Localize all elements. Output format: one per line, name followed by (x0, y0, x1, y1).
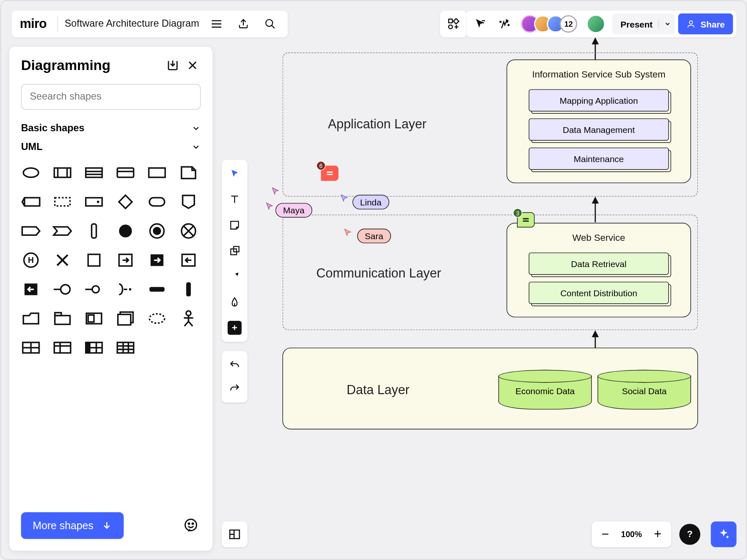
cursor-mode-icon[interactable] (470, 13, 491, 34)
svg-point-7 (449, 25, 452, 29)
close-icon[interactable] (184, 57, 201, 73)
svg-rect-70 (86, 342, 90, 353)
export-icon[interactable] (234, 15, 253, 33)
tool-arrow[interactable] (225, 267, 244, 286)
svg-point-48 (129, 288, 131, 291)
shape-box-arrow-right[interactable] (114, 250, 136, 270)
shape-bar-vertical[interactable] (83, 220, 105, 241)
pill-distribution[interactable]: Content Distribution (529, 282, 669, 304)
shape-circle-filled[interactable] (114, 220, 136, 241)
reactions-icon[interactable] (494, 13, 515, 34)
avatar-overflow-count[interactable]: 12 (560, 15, 577, 32)
shape-predefined-process[interactable] (51, 162, 73, 183)
help-button[interactable]: ? (679, 524, 700, 545)
more-shapes-button[interactable]: More shapes (21, 512, 123, 539)
tool-text[interactable] (225, 190, 244, 209)
shape-note[interactable] (178, 162, 200, 183)
tool-sticky[interactable] (225, 216, 244, 235)
apps-button[interactable] (440, 10, 467, 37)
pill-mapping[interactable]: Mapping Application (529, 89, 669, 111)
zoom-in-button[interactable]: + (650, 527, 665, 542)
shape-offpage[interactable] (178, 191, 200, 212)
pill-data-mgmt[interactable]: Data Management (529, 118, 669, 140)
shape-assembly[interactable] (114, 279, 136, 300)
collaborator-avatars[interactable]: 12 (521, 15, 577, 32)
current-user-avatar[interactable] (587, 15, 605, 33)
shape-card[interactable] (114, 162, 136, 183)
svg-point-8 (508, 25, 509, 26)
shape-rounded-rect[interactable] (146, 191, 168, 212)
comment-thread-green[interactable]: 3 (517, 212, 534, 228)
info-service-box[interactable]: Information Service Sub System Mapping A… (506, 60, 691, 183)
web-service-title: Web Service (572, 233, 625, 243)
tool-more[interactable]: + (225, 318, 244, 337)
shape-frame[interactable] (83, 308, 105, 329)
svg-rect-27 (149, 198, 164, 206)
shape-circle-cross[interactable] (178, 220, 200, 241)
feedback-icon[interactable] (181, 516, 201, 536)
pill-retrieval[interactable]: Data Retrieval (529, 252, 669, 275)
pill-maintenance[interactable]: Maintenance (529, 148, 669, 170)
shape-table-2col[interactable] (20, 337, 42, 358)
shape-rect-dot[interactable] (83, 191, 105, 212)
shape-box-arrow-right-filled[interactable] (146, 250, 168, 270)
shape-tag-right[interactable] (20, 220, 42, 241)
shape-search-input[interactable] (30, 91, 192, 102)
shape-square[interactable] (83, 250, 105, 270)
svg-rect-26 (119, 195, 132, 209)
shape-folder[interactable] (20, 308, 42, 329)
chevron-down-icon[interactable] (659, 20, 672, 28)
shape-package[interactable] (51, 308, 73, 329)
shape-actor[interactable] (178, 308, 200, 329)
shape-circle-h[interactable]: H (20, 250, 42, 270)
shape-diamond[interactable] (114, 191, 136, 212)
shape-table-header-col[interactable] (51, 337, 73, 358)
shape-box-arrow-left-filled[interactable] (20, 279, 42, 300)
shape-internal-storage[interactable] (83, 162, 105, 183)
zoom-out-button[interactable]: − (598, 527, 613, 542)
undo-button[interactable] (225, 356, 244, 375)
share-button[interactable]: Share (678, 13, 733, 34)
shape-circle-ring-filled[interactable] (146, 220, 168, 241)
shape-tag-notch[interactable] (51, 220, 73, 241)
section-uml[interactable]: UML (9, 138, 212, 156)
section-basic-shapes[interactable]: Basic shapes (9, 119, 212, 138)
top-right-bar: 12 Present Share (466, 10, 737, 37)
shape-cross[interactable] (51, 250, 73, 270)
comment-thread-red[interactable]: 6 (321, 166, 338, 181)
frames-panel-button[interactable] (222, 522, 248, 548)
svg-rect-50 (186, 282, 191, 297)
web-service-box[interactable]: Web Service Data Retrieval Content Distr… (506, 223, 691, 318)
search-icon[interactable] (261, 15, 280, 33)
shape-search[interactable] (21, 84, 201, 110)
logo[interactable]: miro (20, 16, 47, 31)
shape-ellipse[interactable] (20, 162, 42, 183)
board-title[interactable]: Software Architecture Diagram (65, 18, 199, 30)
shape-box-arrow-left[interactable] (178, 250, 200, 270)
redo-button[interactable] (225, 379, 244, 398)
ai-assist-button[interactable] (711, 522, 737, 548)
cylinder-social[interactable]: Social Data (598, 370, 691, 410)
shape-provided-interface[interactable] (51, 279, 73, 300)
import-icon[interactable] (165, 57, 181, 73)
shape-ellipse-dashed[interactable] (146, 308, 168, 329)
zoom-value[interactable]: 100% (620, 530, 643, 539)
tool-select[interactable] (225, 165, 244, 183)
shape-table-full[interactable] (114, 337, 136, 358)
tool-shape[interactable] (225, 242, 244, 260)
menu-icon[interactable] (207, 15, 226, 33)
tool-pen[interactable] (225, 293, 244, 312)
present-button[interactable]: Present (612, 13, 675, 34)
shape-table-sidebar[interactable] (83, 337, 105, 358)
cylinder-economic[interactable]: Economic Data (499, 370, 592, 410)
shape-selection[interactable] (51, 191, 73, 212)
svg-rect-51 (55, 315, 70, 324)
shape-required-interface[interactable] (83, 279, 105, 300)
shape-bar-horizontal[interactable] (146, 279, 168, 300)
shape-input[interactable] (20, 191, 42, 212)
svg-point-3 (266, 20, 273, 26)
shape-bar-vertical-filled[interactable] (178, 279, 200, 300)
shape-stack[interactable] (114, 308, 136, 329)
svg-point-45 (61, 285, 70, 294)
shape-rectangle[interactable] (146, 162, 168, 183)
